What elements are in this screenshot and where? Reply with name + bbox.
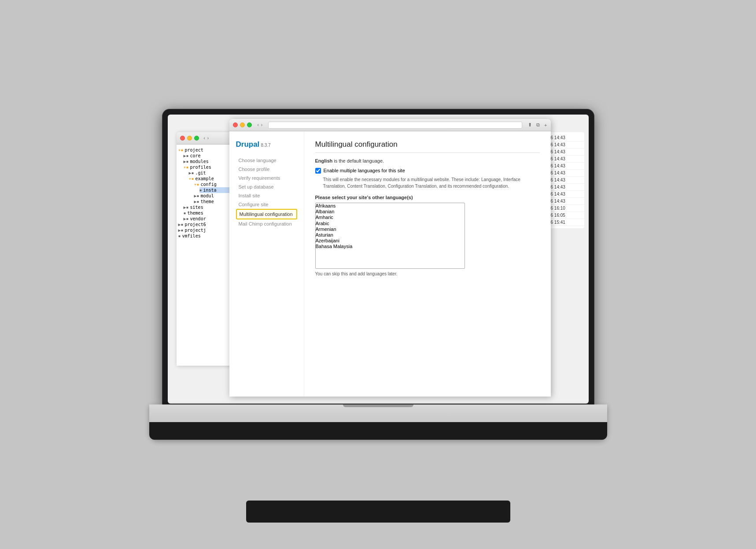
browser-nav-forward[interactable]: › [261, 122, 262, 127]
folder-icon-sites: ▶▪ [184, 205, 189, 210]
nav-back-btn[interactable]: ‹ [204, 136, 205, 141]
folder-icon-vendor: ▶▪ [184, 216, 189, 221]
add-tab-icon[interactable]: + [544, 122, 547, 128]
page-title: Multilingual configuration [315, 140, 540, 153]
skip-note: You can skip this and add languages late… [315, 271, 540, 276]
file-icon-vmfiles: ▪ [178, 234, 181, 238]
language-listbox[interactable]: Afrikaans Albanian Amharic Arabic Armeni… [315, 203, 465, 269]
tree-label-sites: sites [190, 205, 203, 210]
folder-icon-project6: ▶▪ [178, 222, 184, 227]
tree-label-modules: modules [190, 159, 209, 164]
tree-label-project6: project6 [185, 222, 206, 227]
tree-label-insta: insta [203, 188, 217, 193]
install-sidebar: Drupal 8.3.7 Choose language Choose prof… [229, 131, 304, 397]
folder-icon-git: ▶▪ [189, 171, 194, 175]
drupal-brand: Drupal 8.3.7 [236, 140, 297, 149]
enable-multilang-label: Enable multiple languages for this site [324, 168, 405, 173]
browser-content-area: Drupal 8.3.7 Choose language Choose prof… [229, 131, 551, 397]
step-install-site[interactable]: Install site [236, 191, 297, 200]
hinge-notch [343, 404, 413, 407]
drupal-version: 8.3.7 [261, 143, 270, 148]
screen-inner: ‹ › ▾▪ project ▶▪ core [168, 115, 589, 404]
install-main-content: Multilingual configuration English is th… [304, 131, 551, 397]
lang-option-azerbaijani[interactable]: Azerbaijani [316, 238, 465, 244]
lang-option-amharic[interactable]: Amharic [316, 215, 465, 220]
file-icon-themes: ▪ [184, 211, 186, 215]
step-choose-language[interactable]: Choose language [236, 156, 297, 165]
drupal-browser-titlebar: ‹ › ⬆ ⧉ + [229, 119, 551, 131]
step-set-up-database[interactable]: Set up database [236, 182, 297, 191]
lang-option-bahasa[interactable]: Bahasa Malaysia [316, 244, 465, 249]
share-icon[interactable]: ⬆ [528, 122, 532, 128]
tree-label-themes: themes [188, 211, 203, 215]
step-configure-site[interactable]: Configure site [236, 200, 297, 209]
display-container: ‹ › ▾▪ project ▶▪ core [0, 0, 756, 549]
folder-icon-modul: ▶▪ [194, 193, 199, 198]
tree-label-profiles: profiles [190, 165, 211, 170]
address-bar[interactable] [268, 122, 522, 129]
step-verify-requirements[interactable]: Verify requirements [236, 174, 297, 182]
close-btn[interactable] [233, 122, 238, 127]
laptop-bottom-bar [149, 422, 607, 440]
browser-nav-back[interactable]: ‹ [258, 122, 259, 127]
folder-open-icon-config: ▾▪ [194, 182, 199, 187]
lang-option-asturian[interactable]: Asturian [316, 232, 465, 238]
folder-open-icon-example: ▾▪ [189, 176, 194, 181]
tree-label-config: config [201, 182, 217, 187]
maximize-btn[interactable] [247, 122, 252, 127]
default-language-text: English is the default language. [315, 158, 540, 163]
tree-label-theme: theme [201, 199, 214, 204]
folder-icon-theme: ▶▪ [194, 199, 199, 204]
nav-forward-btn[interactable]: › [207, 136, 209, 141]
folder-icon-modules: ▶▪ [184, 159, 189, 164]
drupal-name: Drupal [236, 140, 260, 148]
duplicate-icon[interactable]: ⧉ [536, 122, 540, 128]
folder-open-icon-profiles: ▾▪ [184, 165, 189, 170]
close-btn-back[interactable] [180, 136, 185, 141]
default-lang-suffix: is the default language. [334, 158, 384, 163]
folder-icon-projectj: ▶▪ [178, 228, 184, 233]
laptop-base [149, 404, 607, 440]
tree-label-example: example [195, 176, 214, 181]
folder-open-icon: ▾▪ [178, 148, 184, 152]
minimize-btn[interactable] [240, 122, 245, 127]
tree-label-git: .git [195, 171, 206, 175]
tree-label-project: project [185, 148, 203, 152]
file-icon-insta: ▪ [199, 188, 202, 193]
tree-label-core: core [190, 153, 201, 158]
multilang-description: This will enable the necessary modules f… [323, 176, 540, 189]
lang-option-arabic[interactable]: Arabic [316, 221, 465, 226]
tree-label-vendor: vendor [190, 216, 206, 221]
enable-multilang-row: Enable multiple languages for this site [315, 168, 540, 174]
laptop: ‹ › ▾▪ project ▶▪ core [162, 109, 594, 440]
lang-option-albanian[interactable]: Albanian [316, 209, 465, 215]
drupal-browser-window: ‹ › ⬆ ⧉ + Drupal 8.3.7 [229, 119, 551, 397]
tree-label-projectj: projectj [185, 228, 206, 233]
lang-option-armenian[interactable]: Armenian [316, 226, 465, 232]
laptop-screen-area: ‹ › ▾▪ project ▶▪ core [162, 109, 594, 409]
language-select-label: Please select your site's other language… [315, 195, 540, 200]
tree-label-vmfiles: vmfiles [182, 234, 201, 238]
enable-multilang-checkbox[interactable] [315, 168, 321, 174]
minimize-btn-back[interactable] [187, 136, 192, 141]
step-choose-profile[interactable]: Choose profile [236, 165, 297, 174]
folder-icon: ▶▪ [184, 153, 189, 158]
laptop-stand [246, 501, 510, 523]
tree-label-modul: modul [201, 193, 214, 198]
maximize-btn-back[interactable] [194, 136, 199, 141]
step-mail-chimp[interactable]: Mail Chimp configuration [236, 219, 297, 228]
lang-option-afrikaans[interactable]: Afrikaans [316, 203, 465, 209]
install-steps: Choose language Choose profile Verify re… [236, 156, 297, 228]
step-multilingual-configuration[interactable]: Multilingual configuration [236, 209, 297, 219]
